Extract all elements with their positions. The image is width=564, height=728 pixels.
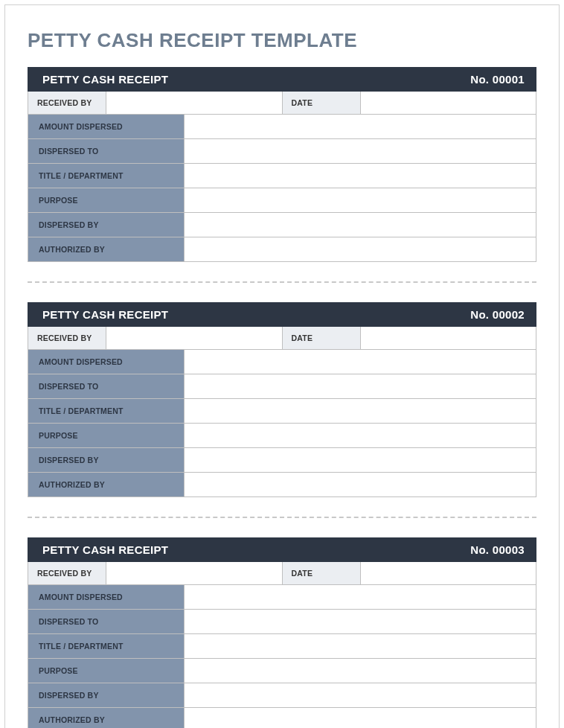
separator <box>28 281 536 283</box>
title-department-value[interactable] <box>185 634 536 658</box>
title-department-label: TITLE / DEPARTMENT <box>28 634 185 658</box>
authorized-by-value[interactable] <box>185 708 536 728</box>
page-title: PETTY CASH RECEIPT TEMPLATE <box>28 29 536 52</box>
authorized-by-label: AUTHORIZED BY <box>28 473 185 496</box>
detail-row: DISPERSED TO <box>28 610 536 634</box>
date-value[interactable] <box>361 327 536 349</box>
dispersed-by-label: DISPERSED BY <box>28 213 185 237</box>
purpose-value[interactable] <box>185 659 536 683</box>
dispersed-to-value[interactable] <box>185 610 536 633</box>
detail-row: AMOUNT DISPERSED <box>28 350 536 374</box>
received-by-value[interactable] <box>106 562 283 584</box>
receipt-number: No. 00001 <box>470 73 525 86</box>
received-by-label: RECEIVED BY <box>28 562 106 584</box>
receipt-header: PETTY CASH RECEIPT No. 00002 <box>28 302 536 327</box>
received-by-label: RECEIVED BY <box>28 327 106 349</box>
amount-dispersed-value[interactable] <box>185 350 536 374</box>
detail-row: PURPOSE <box>28 424 536 448</box>
authorized-by-value[interactable] <box>185 473 536 496</box>
title-department-label: TITLE / DEPARTMENT <box>28 164 185 188</box>
amount-dispersed-value[interactable] <box>185 115 536 138</box>
receipt-block: PETTY CASH RECEIPT No. 00003 RECEIVED BY… <box>28 537 536 728</box>
title-department-label: TITLE / DEPARTMENT <box>28 399 185 423</box>
date-label: DATE <box>283 562 361 584</box>
dispersed-to-value[interactable] <box>185 139 536 163</box>
date-value[interactable] <box>361 92 536 114</box>
receipt-number: No. 00002 <box>470 308 525 321</box>
detail-row: AMOUNT DISPERSED <box>28 115 536 139</box>
receipt-number: No. 00003 <box>470 543 525 556</box>
purpose-label: PURPOSE <box>28 659 185 683</box>
date-label: DATE <box>283 327 361 349</box>
received-by-value[interactable] <box>106 327 283 349</box>
dispersed-by-value[interactable] <box>185 213 536 237</box>
authorized-by-label: AUTHORIZED BY <box>28 708 185 728</box>
amount-dispersed-label: AMOUNT DISPERSED <box>28 115 185 138</box>
purpose-label: PURPOSE <box>28 424 185 447</box>
dispersed-by-value[interactable] <box>185 683 536 707</box>
date-value[interactable] <box>361 562 536 584</box>
receipt-top-row: RECEIVED BY DATE <box>28 562 536 585</box>
detail-row: TITLE / DEPARTMENT <box>28 634 536 659</box>
authorized-by-label: AUTHORIZED BY <box>28 237 185 261</box>
dispersed-by-label: DISPERSED BY <box>28 448 185 472</box>
dispersed-to-label: DISPERSED TO <box>28 610 185 633</box>
detail-row: DISPERSED BY <box>28 448 536 473</box>
receipt-top-row: RECEIVED BY DATE <box>28 92 536 115</box>
receipt-block: PETTY CASH RECEIPT No. 00002 RECEIVED BY… <box>28 302 536 497</box>
receipt-header-title: PETTY CASH RECEIPT <box>42 308 168 321</box>
detail-row: DISPERSED BY <box>28 213 536 237</box>
purpose-label: PURPOSE <box>28 188 185 212</box>
receipt-header-title: PETTY CASH RECEIPT <box>42 73 168 86</box>
dispersed-by-value[interactable] <box>185 448 536 472</box>
dispersed-to-label: DISPERSED TO <box>28 374 185 398</box>
amount-dispersed-label: AMOUNT DISPERSED <box>28 585 185 609</box>
title-department-value[interactable] <box>185 399 536 423</box>
detail-row: DISPERSED TO <box>28 374 536 399</box>
dispersed-to-value[interactable] <box>185 374 536 398</box>
detail-row: TITLE / DEPARTMENT <box>28 399 536 424</box>
amount-dispersed-value[interactable] <box>185 585 536 609</box>
detail-row: AMOUNT DISPERSED <box>28 585 536 610</box>
date-label: DATE <box>283 92 361 114</box>
title-department-value[interactable] <box>185 164 536 188</box>
received-by-label: RECEIVED BY <box>28 92 106 114</box>
dispersed-by-label: DISPERSED BY <box>28 683 185 707</box>
receipt-header: PETTY CASH RECEIPT No. 00001 <box>28 67 536 92</box>
receipt-header: PETTY CASH RECEIPT No. 00003 <box>28 537 536 562</box>
purpose-value[interactable] <box>185 188 536 212</box>
detail-row: PURPOSE <box>28 659 536 683</box>
amount-dispersed-label: AMOUNT DISPERSED <box>28 350 185 374</box>
detail-row: DISPERSED TO <box>28 139 536 164</box>
detail-row: AUTHORIZED BY <box>28 237 536 262</box>
receipt-block: PETTY CASH RECEIPT No. 00001 RECEIVED BY… <box>28 67 536 262</box>
detail-row: AUTHORIZED BY <box>28 708 536 728</box>
detail-row: DISPERSED BY <box>28 683 536 708</box>
detail-row: PURPOSE <box>28 188 536 213</box>
authorized-by-value[interactable] <box>185 237 536 261</box>
purpose-value[interactable] <box>185 424 536 447</box>
dispersed-to-label: DISPERSED TO <box>28 139 185 163</box>
page-container: PETTY CASH RECEIPT TEMPLATE PETTY CASH R… <box>4 4 560 728</box>
detail-row: AUTHORIZED BY <box>28 473 536 497</box>
receipt-header-title: PETTY CASH RECEIPT <box>42 543 168 556</box>
receipt-top-row: RECEIVED BY DATE <box>28 327 536 350</box>
received-by-value[interactable] <box>106 92 283 114</box>
detail-row: TITLE / DEPARTMENT <box>28 164 536 188</box>
separator <box>28 517 536 518</box>
